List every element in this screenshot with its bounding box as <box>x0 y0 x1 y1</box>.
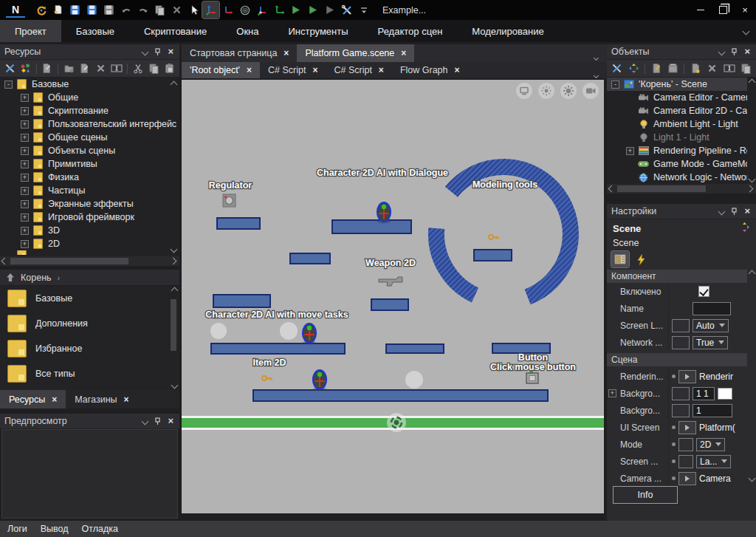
screen-dropdown[interactable]: La... <box>696 455 731 468</box>
properties-mode-icon[interactable] <box>611 251 629 267</box>
platform-2d[interactable] <box>474 250 512 261</box>
tree-item-game-mode[interactable]: Game Mode - GameMod <box>607 157 747 171</box>
redo-icon[interactable] <box>134 1 151 18</box>
reference-button[interactable] <box>678 421 696 434</box>
group-header-scene[interactable]: Сцена <box>607 353 747 366</box>
panel-menu-icon[interactable] <box>718 208 726 215</box>
camera-icon[interactable] <box>583 83 599 99</box>
pin-icon[interactable] <box>154 48 161 56</box>
platform-2d[interactable] <box>211 343 345 354</box>
scale-tool-icon[interactable] <box>270 1 287 18</box>
menu-tools[interactable]: Инструменты <box>274 20 363 42</box>
tab-close-icon[interactable]: × <box>454 65 459 75</box>
pin-icon[interactable] <box>154 417 161 425</box>
tab-flow-graph[interactable]: Flow Graph× <box>392 62 468 78</box>
selection-gizmo[interactable] <box>387 413 406 432</box>
enabled-checkbox[interactable] <box>698 286 709 297</box>
duplicate-icon[interactable] <box>151 1 168 18</box>
package-icon[interactable] <box>666 61 681 76</box>
folder-list-item[interactable]: Избранное <box>0 336 179 361</box>
panel-menu-icon[interactable] <box>718 48 726 55</box>
panel-close-icon[interactable]: × <box>168 48 173 55</box>
tree-item[interactable]: +Физика <box>0 171 179 184</box>
menubar-collapse-icon[interactable] <box>743 28 750 35</box>
default-flag-box[interactable] <box>678 438 693 451</box>
folder-list-item[interactable]: Базовые <box>0 286 179 311</box>
scroll-down-icon[interactable] <box>748 475 755 482</box>
settings-wrench-icon[interactable] <box>3 61 16 76</box>
edit-file-icon[interactable] <box>78 61 92 76</box>
close-button[interactable]: × <box>734 0 756 20</box>
menu-basic[interactable]: Базовые <box>61 20 129 42</box>
expander-icon[interactable]: + <box>21 174 29 182</box>
tree-item-light-1[interactable]: Light 1 - Light <box>607 131 747 144</box>
regulator-knob-sprite[interactable] <box>223 194 236 207</box>
color-swatch[interactable] <box>718 388 732 400</box>
tree-item[interactable]: +Объекты сцены <box>0 144 179 157</box>
toolbar-overflow-icon[interactable] <box>355 1 372 18</box>
copy-icon[interactable] <box>147 61 160 76</box>
tab-list-icon[interactable] <box>593 67 602 81</box>
light-icon[interactable] <box>538 83 554 99</box>
hscroll-thumb[interactable] <box>10 258 128 264</box>
tree-item-ambient-light[interactable]: Ambient Light - Light <box>607 117 747 131</box>
settings-vscrollbar[interactable] <box>747 269 756 483</box>
minimize-button[interactable] <box>690 0 712 20</box>
scroll-left-icon[interactable] <box>1 258 9 265</box>
scroll-right-icon[interactable] <box>170 258 177 265</box>
platform-2d[interactable] <box>290 253 330 264</box>
play-icon[interactable] <box>287 1 304 18</box>
background-input[interactable]: 1 <box>693 404 732 417</box>
up-arrow-icon[interactable] <box>6 273 15 282</box>
default-flag-box[interactable] <box>672 404 690 417</box>
platform-2d[interactable] <box>371 299 408 310</box>
ball-2d[interactable] <box>280 322 298 340</box>
rename-resource-icon[interactable] <box>109 61 123 76</box>
item-key-sprite[interactable] <box>262 376 272 380</box>
expander-icon[interactable]: + <box>21 160 29 168</box>
panel-close-icon[interactable]: × <box>744 48 750 55</box>
arrange-icon[interactable] <box>627 61 642 76</box>
ball-2d[interactable] <box>405 371 423 389</box>
expander-icon[interactable]: + <box>21 200 29 208</box>
delete-object-icon[interactable] <box>705 61 720 76</box>
tree-item-camera-editor-2d[interactable]: Camera Editor 2D - Cam <box>607 104 747 117</box>
tree-item[interactable]: +2D <box>0 237 179 250</box>
objects-tree-vscrollbar[interactable] <box>747 78 756 184</box>
tab-close-icon[interactable]: × <box>124 394 129 405</box>
tab-start-page[interactable]: Стартовая страница× <box>182 44 297 62</box>
statusbar-logs[interactable]: Логи <box>7 524 27 534</box>
save-all-icon[interactable] <box>100 1 117 18</box>
default-flag-box[interactable] <box>678 455 693 468</box>
menu-scripting[interactable]: Скриптование <box>129 20 221 42</box>
reference-button[interactable] <box>678 370 696 383</box>
tools-icon[interactable] <box>338 1 355 18</box>
display-icon[interactable] <box>516 83 532 99</box>
hscroll-thumb[interactable] <box>617 185 706 192</box>
breadcrumb-separator[interactable]: › <box>58 273 61 282</box>
tab-close-icon[interactable]: × <box>284 48 289 58</box>
tree-item[interactable]: -Базовые <box>0 78 179 91</box>
tab-close-icon[interactable]: × <box>312 65 317 75</box>
folder-list-item[interactable]: Все типы <box>0 361 179 386</box>
tab-close-icon[interactable]: × <box>401 48 406 58</box>
new-object-icon[interactable] <box>688 61 703 76</box>
mode-dropdown[interactable]: 2D <box>696 438 725 451</box>
menu-windows[interactable]: Окна <box>221 20 273 42</box>
edit-resource-icon[interactable] <box>41 61 54 76</box>
statusbar-debug[interactable]: Отладка <box>82 524 118 534</box>
translate-tool-icon[interactable] <box>219 1 236 18</box>
menu-modeling[interactable]: Моделирование <box>457 20 558 42</box>
expander-icon[interactable]: + <box>21 227 29 235</box>
tree-item[interactable]: +Общие <box>0 91 179 104</box>
expander-icon[interactable]: + <box>21 134 29 142</box>
objects-tree-hscrollbar[interactable] <box>607 184 756 194</box>
expander-icon[interactable]: + <box>21 213 29 222</box>
weapon-2d-sprite[interactable] <box>379 277 402 286</box>
tab-close-icon[interactable]: × <box>247 65 252 75</box>
pin-icon[interactable] <box>731 208 738 216</box>
pin-icon[interactable] <box>731 48 738 56</box>
play-second-icon[interactable] <box>304 1 321 18</box>
folder-list-item[interactable]: Дополнения <box>0 311 179 336</box>
network-dropdown[interactable]: True <box>693 336 728 349</box>
